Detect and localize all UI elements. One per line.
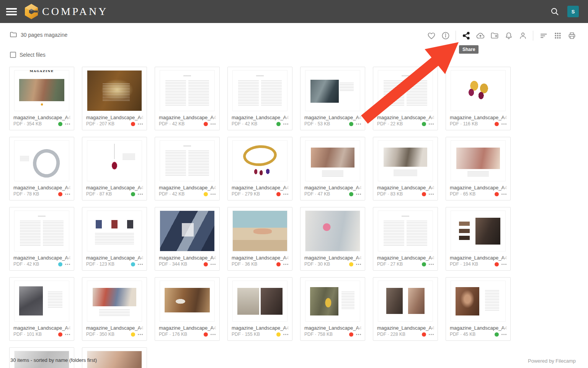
- hamburger-menu-icon[interactable]: [6, 8, 17, 15]
- status-dot[interactable]: [422, 332, 426, 337]
- more-menu-icon[interactable]: [211, 194, 212, 195]
- status-dot[interactable]: [349, 122, 353, 126]
- file-card[interactable]: magazine_Landscape_A4 22 PDF · 101 KB: [9, 277, 74, 341]
- file-card[interactable]: magazine_Landscape_A4 15 PDF · 42 KB: [9, 207, 74, 271]
- status-dot[interactable]: [131, 332, 135, 337]
- more-menu-icon[interactable]: [138, 334, 139, 335]
- status-dot[interactable]: [276, 332, 281, 337]
- notifications-icon[interactable]: [501, 29, 516, 43]
- file-card[interactable]: magazine_Landscape_A4 07 PDF · 116 KB: [446, 67, 511, 130]
- more-menu-icon[interactable]: [138, 264, 139, 265]
- more-menu-icon[interactable]: [356, 194, 357, 195]
- more-menu-icon[interactable]: [211, 334, 212, 335]
- more-menu-icon[interactable]: [429, 123, 430, 125]
- file-card[interactable]: magazine_Landscape_A4 18 PDF · 36 KB: [227, 207, 292, 271]
- more-menu-icon[interactable]: [283, 264, 284, 265]
- file-card[interactable]: magazine_Landscape_A4 04 PDF · 42 KB: [227, 67, 292, 130]
- more-menu-icon[interactable]: [501, 194, 503, 195]
- status-dot[interactable]: [349, 332, 353, 337]
- status-dot[interactable]: [131, 122, 135, 126]
- more-menu-icon[interactable]: [211, 264, 212, 265]
- file-card[interactable]: magazine_Landscape_A4 27 PDF · 228 KB: [373, 277, 438, 341]
- status-dot[interactable]: [58, 192, 62, 196]
- status-dot[interactable]: [422, 262, 426, 266]
- file-card[interactable]: magazine_Landscape_A4 17 PDF · 344 KB: [155, 207, 220, 271]
- powered-by[interactable]: Powered by Filecamp: [528, 358, 576, 364]
- more-menu-icon[interactable]: [429, 264, 430, 265]
- current-folder-name[interactable]: 30 pages magazine: [21, 32, 67, 38]
- status-dot[interactable]: [495, 332, 499, 337]
- file-card[interactable]: magazine_Landscape_A4 11 PDF · 279 KB: [227, 137, 292, 200]
- upload-icon[interactable]: [473, 29, 487, 43]
- file-card[interactable]: magazine_Landscape_A4 16 PDF · 123 KB: [82, 207, 147, 271]
- more-menu-icon[interactable]: [501, 123, 503, 125]
- status-dot[interactable]: [58, 332, 62, 337]
- more-menu-icon[interactable]: [429, 194, 430, 195]
- file-card[interactable]: magazine_Landscape_A4 08 PDF · 78 KB: [9, 137, 74, 200]
- more-menu-icon[interactable]: [138, 194, 139, 195]
- file-card[interactable]: magazine_Landscape_A4 23 PDF · 350 KB: [82, 277, 147, 341]
- more-menu-icon[interactable]: [65, 334, 66, 335]
- file-card[interactable]: magazine_Landscape_A4 12 PDF · 47 KB: [300, 137, 365, 200]
- favorite-icon[interactable]: [424, 29, 438, 43]
- more-menu-icon[interactable]: [283, 334, 284, 335]
- more-menu-icon[interactable]: [501, 264, 503, 265]
- print-icon[interactable]: [565, 29, 579, 43]
- more-menu-icon[interactable]: [283, 194, 284, 195]
- file-card[interactable]: magazine_Landscape_A4 28 PDF · 45 KB: [446, 277, 511, 341]
- file-card[interactable]: magazine_Landscape_A4 21 PDF · 194 KB: [446, 207, 511, 271]
- grid-view-icon[interactable]: [550, 29, 565, 43]
- status-dot[interactable]: [204, 262, 208, 266]
- status-dot[interactable]: [204, 192, 208, 196]
- file-card[interactable]: magazine_Landscape_A4 26 PDF · 758 KB: [300, 277, 365, 341]
- status-dot[interactable]: [131, 262, 135, 266]
- status-dot[interactable]: [495, 192, 499, 196]
- add-folder-icon[interactable]: [487, 29, 501, 43]
- more-menu-icon[interactable]: [356, 264, 357, 265]
- more-menu-icon[interactable]: [429, 334, 430, 335]
- more-menu-icon[interactable]: [356, 334, 357, 335]
- file-card[interactable]: magazine_Landscape_A4 20 PDF · 27 KB: [373, 207, 438, 271]
- file-card[interactable]: MAGAZINE magazine_Landscape_A4 01 PDF · …: [9, 67, 74, 130]
- more-menu-icon[interactable]: [501, 334, 503, 335]
- status-dot[interactable]: [131, 192, 135, 196]
- more-menu-icon[interactable]: [65, 264, 66, 265]
- status-dot[interactable]: [276, 122, 281, 126]
- status-dot[interactable]: [204, 122, 208, 126]
- status-dot[interactable]: [495, 122, 499, 126]
- file-card[interactable]: magazine_Landscape_A4 06 PDF · 22 KB: [373, 67, 438, 130]
- status-dot[interactable]: [495, 262, 499, 266]
- file-card[interactable]: magazine_Landscape_A4 03 PDF · 42 KB: [155, 67, 220, 130]
- file-card[interactable]: magazine_Landscape_A4 19 PDF · 30 KB: [300, 207, 365, 271]
- status-dot[interactable]: [276, 262, 281, 266]
- user-avatar[interactable]: S: [567, 6, 579, 17]
- file-card[interactable]: magazine_Landscape_A4 25 PDF · 155 KB: [227, 277, 292, 341]
- more-menu-icon[interactable]: [138, 123, 139, 125]
- file-card[interactable]: magazine_Landscape_A4 14 PDF · 65 KB: [446, 137, 511, 200]
- company-logo-icon[interactable]: [23, 3, 40, 20]
- status-dot[interactable]: [349, 262, 353, 266]
- more-menu-icon[interactable]: [356, 123, 357, 125]
- status-dot[interactable]: [349, 192, 353, 196]
- more-menu-icon[interactable]: [65, 123, 66, 125]
- file-card[interactable]: magazine_Landscape_A4 09 PDF · 87 KB: [82, 137, 147, 200]
- status-dot[interactable]: [58, 122, 62, 126]
- user-icon[interactable]: [516, 29, 530, 43]
- status-dot[interactable]: [422, 192, 426, 196]
- more-menu-icon[interactable]: [283, 123, 284, 125]
- status-dot[interactable]: [58, 262, 62, 266]
- search-icon[interactable]: [550, 7, 559, 16]
- select-files-checkbox[interactable]: [10, 52, 16, 58]
- file-card[interactable]: magazine_Landscape_A4 13 PDF · 83 KB: [373, 137, 438, 200]
- sort-icon[interactable]: [536, 29, 550, 43]
- file-card[interactable]: magazine_Landscape_A4 24 PDF · 176 KB: [155, 277, 220, 341]
- more-menu-icon[interactable]: [65, 194, 66, 195]
- file-card[interactable]: magazine_Landscape_A4 05 PDF · 53 KB: [300, 67, 365, 130]
- share-icon[interactable]: [459, 29, 473, 43]
- status-dot[interactable]: [204, 332, 208, 337]
- file-card[interactable]: magazine_Landscape_A4 02 PDF · 207 KB: [82, 67, 147, 130]
- status-dot[interactable]: [422, 122, 426, 126]
- file-card[interactable]: magazine_Landscape_A4 10 PDF · 42 KB: [155, 137, 220, 200]
- info-icon[interactable]: [438, 29, 452, 43]
- more-menu-icon[interactable]: [211, 123, 212, 125]
